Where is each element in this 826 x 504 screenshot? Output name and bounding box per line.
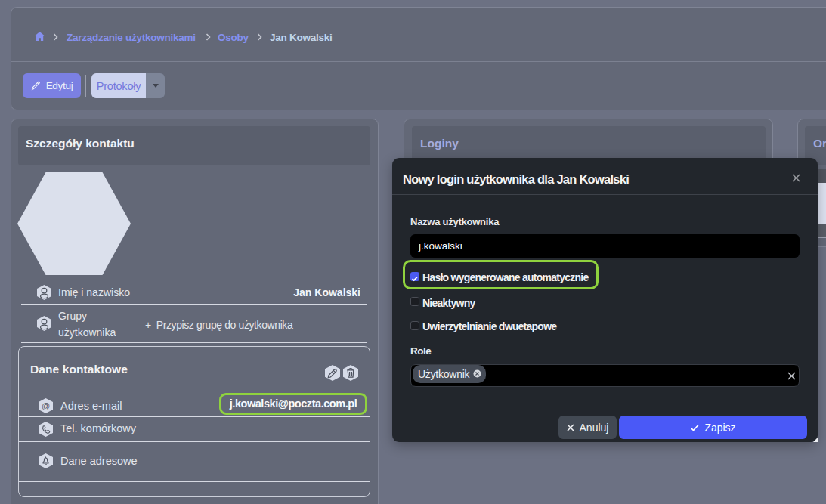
svg-text:@: @	[42, 401, 50, 410]
